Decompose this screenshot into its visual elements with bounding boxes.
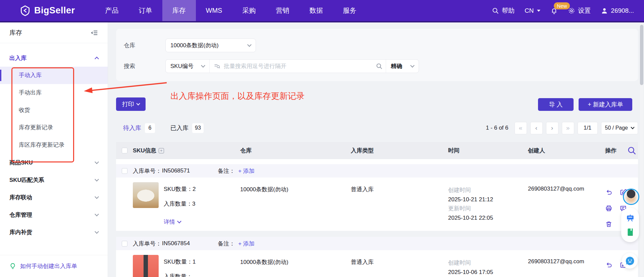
nav-item-orders[interactable]: 订单 — [129, 0, 162, 21]
sidebar-section-sku-mapping[interactable]: SKU匹配关系 — [0, 171, 108, 189]
sidebar-section-replenishment[interactable]: 库内补货 — [0, 223, 108, 241]
sidebar-section-stock-sync[interactable]: 库存联动 — [0, 189, 108, 206]
sidebar-item-receiving[interactable]: 收货 — [0, 101, 108, 119]
tabs: 待入库 6 已入库 93 — [123, 123, 204, 133]
search-submit-button[interactable] — [372, 63, 386, 70]
match-mode-select[interactable]: 精确 — [386, 60, 419, 73]
section-label: 库内补货 — [9, 228, 32, 236]
nav-item-marketing[interactable]: 营销 — [266, 0, 299, 21]
lightbulb-icon — [9, 263, 16, 270]
nav-item-services[interactable]: 服务 — [333, 0, 366, 21]
tab-label: 待入库 — [123, 124, 141, 132]
match-mode-value: 精确 — [391, 62, 402, 70]
collapse-sidebar-icon[interactable] — [91, 29, 98, 37]
sku-info-cell: SKU数量：2 入库数量：3 详情 — [133, 178, 240, 231]
created-label: 创建时间 — [448, 186, 528, 195]
settings-label: 设置 — [578, 6, 591, 15]
warehouse-select[interactable]: 10000条数据(勿动) — [165, 39, 256, 52]
chevron-down-icon — [136, 101, 140, 105]
sidebar-section-warehouse-mgmt[interactable]: 仓库管理 — [0, 206, 108, 223]
print-button[interactable]: 打印 — [116, 97, 146, 111]
delete-icon[interactable] — [605, 220, 612, 228]
warehouse-cell: 10000条数据(勿动) — [240, 250, 351, 277]
support-agent-avatar[interactable] — [623, 189, 639, 205]
first-page-button[interactable]: « — [515, 122, 527, 134]
language-selector[interactable]: CN — [525, 7, 540, 14]
print-icon[interactable] — [605, 205, 612, 212]
sidebar-item-zone-stock-update-log[interactable]: 库区库存更新记录 — [0, 136, 108, 154]
page-size-select[interactable]: 50 / Page — [601, 122, 638, 134]
detail-toggle[interactable]: 详情 — [164, 218, 181, 226]
user-menu[interactable]: 26908... — [601, 7, 634, 14]
notifications-button[interactable]: New — [550, 7, 558, 14]
sidebar-help-link[interactable]: 如何手动创建出入库单 — [0, 255, 108, 277]
floating-tools — [621, 208, 639, 242]
revert-icon[interactable] — [605, 189, 612, 196]
search-label: 搜索 — [124, 62, 165, 70]
table-search-icon[interactable] — [627, 146, 637, 157]
user-label: 26908... — [611, 7, 634, 14]
next-page-button[interactable]: › — [546, 122, 558, 134]
search-input[interactable] — [224, 63, 368, 70]
tab-inbound-done[interactable]: 已入库 93 — [170, 123, 204, 133]
help-button[interactable]: 帮助 — [492, 6, 515, 15]
inbound-qty: 入库数量： — [164, 273, 196, 277]
sku-qty: SKU数量：1 — [164, 258, 196, 266]
search-type-select[interactable]: SKU编号 — [166, 60, 210, 73]
nav-item-inventory[interactable]: 库存 — [162, 0, 196, 21]
row-checkbox[interactable] — [122, 241, 127, 247]
language-label: CN — [525, 7, 534, 14]
sidebar-section-product-sku[interactable]: 商品SKU — [0, 154, 108, 171]
search-group: SKU编号 精确 — [165, 59, 419, 73]
last-page-button[interactable]: » — [562, 122, 574, 134]
tutorial-board-icon[interactable] — [626, 214, 635, 222]
feedback-button[interactable] — [622, 253, 638, 269]
scrollbar-thumb[interactable] — [640, 25, 643, 85]
guide-book-icon[interactable] — [626, 228, 635, 236]
page-size-value: 50 / Page — [605, 125, 628, 131]
pagination: 1 - 6 of 6 « ‹ › » 1/1 50 / Page — [486, 122, 638, 134]
sidebar-item-manual-outbound[interactable]: 手动出库 — [0, 84, 108, 101]
chevron-down-icon — [177, 219, 181, 223]
help-link-label: 如何手动创建出入库单 — [20, 262, 77, 270]
nav-item-purchase[interactable]: 采购 — [232, 0, 266, 21]
sku-qty: SKU数量：2 — [164, 185, 196, 193]
chevron-down-icon — [95, 229, 99, 234]
nav-item-wms[interactable]: WMS — [196, 0, 232, 21]
sidebar-item-manual-inbound[interactable]: 手动入库 — [0, 67, 108, 84]
sidebar-title: 库存 — [9, 28, 22, 37]
nav-item-products[interactable]: 产品 — [95, 0, 129, 21]
tab-label: 已入库 — [170, 124, 189, 132]
column-time: 时间 — [448, 147, 528, 154]
nav-item-data[interactable]: 数据 — [299, 0, 333, 21]
tab-count-badge: 6 — [145, 123, 155, 133]
expand-columns-icon[interactable] — [159, 148, 164, 153]
search-type-value: SKU编号 — [170, 62, 194, 70]
row-checkbox[interactable] — [122, 168, 127, 174]
creator-cell: 2690803127@qq.com — [528, 250, 605, 277]
import-button[interactable]: 导 入 — [538, 98, 574, 111]
brand-logo[interactable]: BigSeller — [0, 5, 95, 16]
order-no-label: 入库单号： — [133, 240, 161, 248]
revert-icon[interactable] — [605, 261, 612, 269]
order-no-label: 入库单号： — [133, 167, 161, 175]
column-sku-info: SKU信息 — [133, 147, 240, 154]
print-label: 打印 — [122, 100, 134, 108]
time-cell: 创建时间 2025-10-06 17:05 — [448, 250, 528, 277]
create-inbound-button[interactable]: + 新建入库单 — [579, 98, 632, 111]
add-note-link[interactable]: + 添加 — [238, 167, 255, 175]
prev-page-button[interactable]: ‹ — [530, 122, 543, 134]
scrollbar-track[interactable] — [640, 23, 643, 276]
product-image[interactable] — [133, 255, 159, 277]
add-note-link[interactable]: + 添加 — [238, 240, 255, 248]
product-image[interactable] — [133, 182, 159, 208]
tab-pending-inbound[interactable]: 待入库 6 — [123, 123, 155, 133]
select-all-checkbox[interactable] — [122, 148, 127, 153]
tab-count-badge: 93 — [192, 123, 204, 133]
settings-button[interactable]: 设置 — [568, 6, 591, 15]
sidebar-section-inout[interactable]: 出入库 — [0, 49, 108, 67]
chevron-down-icon — [95, 160, 99, 164]
user-icon — [601, 7, 608, 14]
sidebar-item-stock-update-log[interactable]: 库存更新记录 — [0, 119, 108, 136]
top-navbar: BigSeller 产品 订单 库存 WMS 采购 营销 数据 服务 帮助 CN… — [0, 0, 644, 22]
